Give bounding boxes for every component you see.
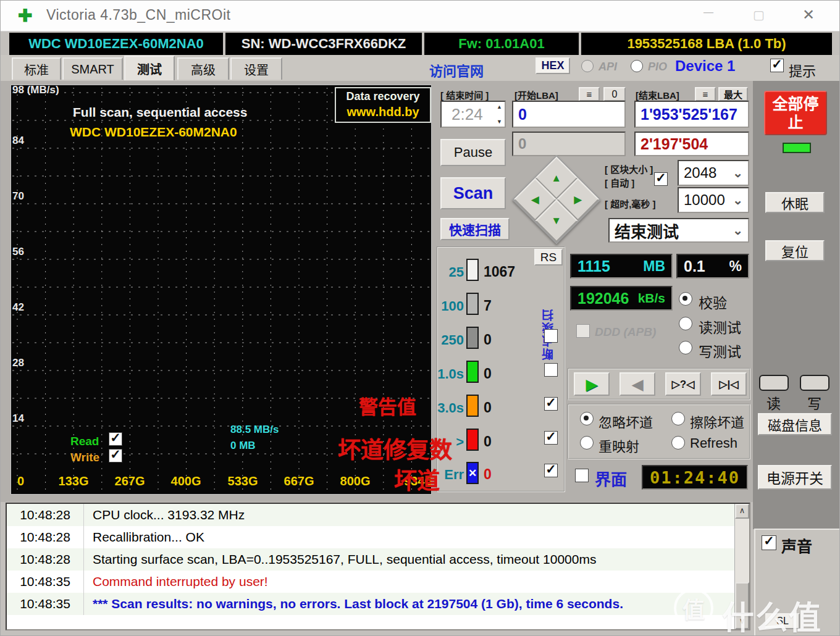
percent-value: 0.1 (684, 257, 705, 275)
x-tick: 133G (59, 474, 89, 488)
stat-value-gt: 0 (484, 433, 492, 450)
end-lba-field[interactable]: 1'953'525'167 (634, 101, 749, 128)
recovery-ad-line1: Data recovery (336, 88, 430, 104)
close-icon[interactable]: ✕ (802, 6, 815, 23)
scroll-up-icon[interactable]: ∧ (735, 504, 749, 519)
start-lba-zero-button[interactable]: 0 (603, 87, 626, 101)
spinner-up-icon[interactable]: ▲ (497, 104, 502, 110)
stop-all-line2: 止 (788, 113, 803, 132)
resume-scan-vertical-label: 断点续扫 (540, 274, 557, 360)
app-icon: ✚ (18, 6, 32, 26)
reset-button[interactable]: 复位 (765, 240, 825, 261)
write-test-radio[interactable] (679, 341, 692, 354)
power-switch-button[interactable]: 电源开关 (758, 465, 832, 490)
drive-firmware: Fw: 01.01A01 (424, 33, 579, 55)
stat-label-3s: 3.0s (437, 400, 464, 416)
watermark-text: 什么值得买 (722, 592, 839, 636)
log-row: 10:48:28 Starting surface scan, LBA=0..1… (7, 548, 749, 571)
end-lba-list-button[interactable]: ≡ (695, 87, 716, 101)
website-link[interactable]: 访问官网 (429, 60, 484, 80)
end-action-select[interactable]: 结束测试 ⌄ (608, 218, 749, 243)
sleep-button[interactable]: 休眠 (765, 192, 825, 213)
window-title: Victoria 4.73b_CN_miCROit (46, 7, 230, 23)
tab-test[interactable]: 测试 (124, 56, 175, 80)
stat-checkbox-3s[interactable]: ✓ (544, 397, 558, 411)
x-tick: 800G (340, 474, 371, 488)
annotation-remap-count: 坏道修复数 (338, 432, 452, 465)
timeout-select[interactable]: 10000 ⌄ (678, 187, 749, 213)
read-test-radio[interactable] (679, 317, 692, 330)
tab-standard[interactable]: 标准 (12, 57, 61, 80)
hex-button[interactable]: HEX (536, 57, 570, 74)
remap-radio[interactable] (580, 436, 594, 450)
timeout-value: 10000 (684, 191, 725, 209)
stat-value-100: 7 (484, 298, 492, 314)
hint-checkbox[interactable]: ✓ (770, 59, 784, 72)
block-size-select[interactable]: 2048 ⌄ (678, 160, 749, 186)
stat-value-1s: 0 (484, 366, 492, 382)
start-lba-list-button[interactable]: ≡ (579, 87, 600, 101)
spinner-down-icon[interactable]: ▼ (497, 119, 502, 125)
stat-checkbox-250[interactable] (544, 329, 558, 343)
rs-button[interactable]: RS (534, 249, 563, 266)
sound-checkbox[interactable]: ✓ (762, 535, 776, 550)
tab-settings[interactable]: 设置 (230, 57, 282, 80)
verify-radio[interactable] (679, 292, 692, 306)
maximize-icon[interactable]: ▢ (753, 7, 765, 22)
stat-checkbox-err[interactable]: ✓ (544, 464, 558, 477)
end-time-spinner[interactable]: 2:24 ▲ ▼ (440, 101, 506, 128)
pio-radio-label: PIO (648, 61, 667, 73)
log-text-error: Command interrupted by user! (84, 574, 268, 589)
erase-bad-radio-label: 擦除坏道 (690, 411, 744, 431)
back-button[interactable]: ◀ (620, 372, 655, 396)
drive-model: WDC WD10EZEX-60M2NA0 (9, 33, 223, 55)
scan-button[interactable]: Scan (440, 177, 506, 209)
tab-advanced[interactable]: 高级 (177, 57, 229, 80)
auto-checkbox[interactable]: ✓ (654, 172, 668, 186)
start-lba-field[interactable]: 0 (512, 101, 626, 128)
quick-scan-button[interactable]: 快速扫描 (440, 218, 510, 240)
minimize-icon[interactable]: — (704, 7, 713, 18)
refresh-radio[interactable] (671, 436, 685, 450)
stat-swatch-250 (466, 327, 479, 349)
stat-swatch-25 (466, 259, 479, 281)
pause-button[interactable]: Pause (440, 139, 506, 166)
end-lba-max-button[interactable]: 最大 (718, 87, 748, 101)
y-tick: 56 (12, 246, 24, 258)
erase-bad-radio[interactable] (671, 412, 685, 425)
stat-checkbox-gt[interactable]: ✓ (544, 431, 558, 445)
read-led (759, 375, 789, 391)
stop-all-button[interactable]: 全部停 止 (764, 91, 827, 135)
nav-up-icon: ▲ (552, 172, 562, 184)
disk-info-button[interactable]: 磁盘信息 (758, 413, 832, 435)
write-checkbox[interactable]: ✓ (109, 449, 122, 462)
end-lba-label: [结束LBA] (636, 88, 679, 101)
start-lba-secondary-value: 0 (513, 135, 526, 153)
y-tick: 42 (12, 301, 24, 314)
speed-display: 192046 kB/s (570, 286, 673, 311)
y-tick: 28 (12, 357, 24, 369)
elapsed-time-value: 01:24:40 (650, 468, 740, 487)
stat-value-250: 0 (484, 332, 492, 348)
stat-label-err: Err (437, 467, 464, 483)
log-row: 10:48:35 *** Scan results: no warnings, … (7, 593, 749, 615)
play-button[interactable]: ▶ (574, 372, 610, 396)
speed-unit: kB/s (638, 291, 665, 306)
pio-radio[interactable] (631, 60, 643, 72)
seek-end-button[interactable]: ▷|◁ (711, 372, 747, 396)
stat-checkbox-1s[interactable] (544, 363, 558, 377)
write-legend-label: Write (70, 451, 99, 464)
read-checkbox[interactable]: ✓ (109, 432, 122, 446)
stat-swatch-1s (466, 361, 479, 383)
timeout-label: [ 超时,毫秒 ] (605, 197, 656, 210)
play-icon: ▶ (586, 375, 597, 393)
api-radio[interactable] (581, 60, 594, 72)
ignore-bad-radio[interactable] (580, 412, 594, 425)
ddd-checkbox[interactable] (576, 324, 590, 338)
tab-smart[interactable]: SMART (62, 57, 123, 80)
seek-error-button[interactable]: ▷?◁ (665, 372, 701, 396)
device-label[interactable]: Device 1 (675, 57, 735, 75)
y-tick: 14 (12, 412, 24, 425)
ui-checkbox[interactable] (575, 469, 589, 482)
x-tick: 267G (115, 474, 145, 488)
